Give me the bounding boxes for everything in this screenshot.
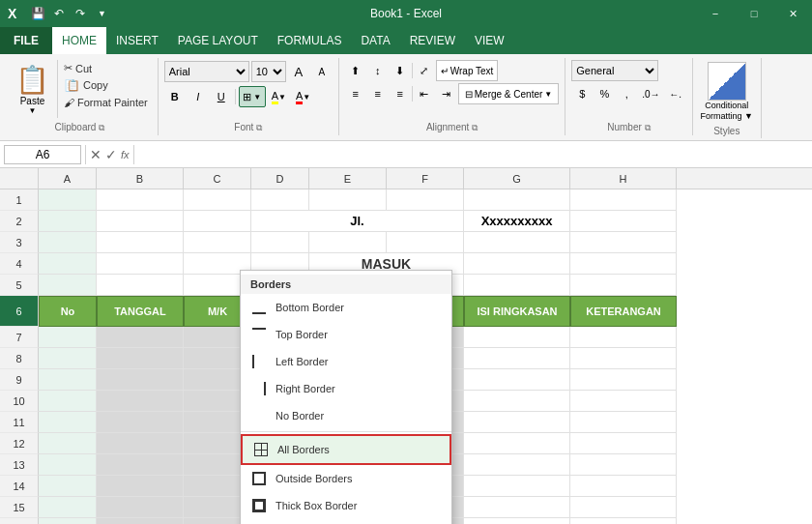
number-expand-icon[interactable]: ⧉: [645, 123, 651, 132]
top-border-item[interactable]: Top Border: [241, 321, 451, 348]
align-middle-button[interactable]: ↕: [367, 60, 389, 81]
redo-button[interactable]: ↷: [71, 4, 90, 23]
clipboard-expand-icon[interactable]: ⧉: [99, 123, 104, 132]
underline-button[interactable]: U: [211, 86, 232, 107]
cell-b2[interactable]: [97, 211, 184, 232]
left-border-item[interactable]: Left Border: [241, 348, 451, 375]
cell-b8[interactable]: [97, 348, 184, 369]
cell-h1[interactable]: [570, 189, 677, 211]
cell-h3[interactable]: [570, 232, 677, 253]
row-8[interactable]: 8: [0, 348, 39, 369]
cell-g7[interactable]: [464, 327, 570, 348]
row-5[interactable]: 5: [0, 275, 39, 296]
cell-g8[interactable]: [464, 348, 570, 369]
cell-g9[interactable]: [464, 369, 570, 391]
undo-button[interactable]: ↶: [49, 4, 69, 23]
row-2[interactable]: 2: [0, 211, 39, 232]
cell-b11[interactable]: [97, 412, 184, 433]
cell-e1[interactable]: [309, 189, 387, 211]
cell-b14[interactable]: [97, 476, 184, 497]
cell-h10[interactable]: [570, 391, 677, 412]
col-header-a[interactable]: A: [39, 168, 97, 189]
align-bottom-button[interactable]: ⬇: [390, 60, 411, 81]
row-16[interactable]: 16: [0, 518, 39, 524]
col-header-c[interactable]: C: [184, 168, 251, 189]
cell-b7[interactable]: [97, 327, 184, 348]
minimize-button[interactable]: −: [696, 0, 735, 27]
cell-h9[interactable]: [570, 369, 677, 391]
cell-a6[interactable]: No: [39, 296, 97, 327]
cell-h12[interactable]: [570, 433, 677, 454]
cell-g5[interactable]: [464, 275, 570, 296]
cell-g14[interactable]: [464, 476, 570, 497]
borders-button[interactable]: ⊞ ▼: [239, 86, 266, 107]
cell-g11[interactable]: [464, 412, 570, 433]
cell-a13[interactable]: [39, 454, 97, 476]
cell-a15[interactable]: [39, 497, 97, 518]
cell-d3[interactable]: [251, 232, 309, 253]
cell-e3[interactable]: [309, 232, 387, 253]
cell-g12[interactable]: [464, 433, 570, 454]
row-4[interactable]: 4: [0, 253, 39, 275]
formula-input[interactable]: [138, 148, 808, 161]
cell-a11[interactable]: [39, 412, 97, 433]
cell-g1[interactable]: [464, 189, 570, 211]
font-color-button[interactable]: A ▼: [292, 86, 314, 107]
cell-b10[interactable]: [97, 391, 184, 412]
increase-decimal-button[interactable]: .0→: [638, 83, 663, 104]
cell-a8[interactable]: [39, 348, 97, 369]
cell-h11[interactable]: [570, 412, 677, 433]
cell-c3[interactable]: [184, 232, 251, 253]
comma-button[interactable]: ,: [616, 83, 637, 104]
close-button[interactable]: ✕: [773, 0, 812, 27]
row-1[interactable]: 1: [0, 189, 39, 211]
format-painter-button[interactable]: 🖌 Format Painter: [60, 95, 152, 110]
name-box[interactable]: [4, 145, 81, 164]
bottom-double-border-item[interactable]: Bottom Double Border: [241, 519, 451, 524]
alignment-expand-icon[interactable]: ⧉: [472, 123, 478, 132]
cell-b6[interactable]: TANGGAL: [97, 296, 184, 327]
cell-b1[interactable]: [97, 189, 184, 211]
col-header-h[interactable]: H: [570, 168, 677, 189]
italic-button[interactable]: I: [188, 86, 209, 107]
insert-menu[interactable]: INSERT: [106, 27, 168, 54]
cell-g6[interactable]: ISI RINGKASAN: [464, 296, 570, 327]
restore-button[interactable]: □: [735, 0, 773, 27]
align-top-button[interactable]: ⬆: [345, 60, 366, 81]
row-10[interactable]: 10: [0, 391, 39, 412]
cell-a9[interactable]: [39, 369, 97, 391]
view-menu[interactable]: VIEW: [465, 27, 514, 54]
decrease-font-button[interactable]: A: [311, 61, 333, 82]
cell-h13[interactable]: [570, 454, 677, 476]
cell-h4[interactable]: [570, 253, 677, 275]
cell-g15[interactable]: [464, 497, 570, 518]
thick-box-border-item[interactable]: Thick Box Border: [241, 492, 451, 519]
review-menu[interactable]: REVIEW: [400, 27, 465, 54]
right-border-item[interactable]: Right Border: [241, 375, 451, 402]
cell-g13[interactable]: [464, 454, 570, 476]
no-border-item[interactable]: No Border: [241, 402, 451, 429]
col-header-e[interactable]: E: [309, 168, 387, 189]
cell-a3[interactable]: [39, 232, 97, 253]
cell-b15[interactable]: [97, 497, 184, 518]
decrease-indent-button[interactable]: ⇤: [414, 83, 435, 104]
all-borders-item[interactable]: All Borders: [241, 434, 451, 465]
insert-function-icon[interactable]: fx: [121, 149, 130, 160]
col-header-g[interactable]: G: [464, 168, 570, 189]
bold-button[interactable]: B: [164, 86, 186, 107]
formulas-menu[interactable]: FORMULAS: [268, 27, 352, 54]
cell-b9[interactable]: [97, 369, 184, 391]
confirm-icon[interactable]: ✓: [105, 147, 117, 162]
row-9[interactable]: 9: [0, 369, 39, 391]
cut-button[interactable]: ✂ Cut: [60, 60, 152, 76]
merge-center-button[interactable]: ⊟ Merge & Center ▼: [458, 83, 560, 104]
align-right-button[interactable]: ≡: [390, 83, 411, 104]
bottom-border-item[interactable]: Bottom Border: [241, 294, 451, 321]
cell-d2[interactable]: Jl.: [251, 211, 464, 232]
cell-b4[interactable]: [97, 253, 184, 275]
copy-button[interactable]: 📄 📋 Copy: [60, 77, 152, 94]
cell-h6[interactable]: KETERANGAN: [570, 296, 677, 327]
page-layout-menu[interactable]: PAGE LAYOUT: [168, 27, 268, 54]
paste-button[interactable]: 📋 Paste ▼: [8, 60, 58, 118]
number-format-select[interactable]: General: [571, 60, 658, 81]
